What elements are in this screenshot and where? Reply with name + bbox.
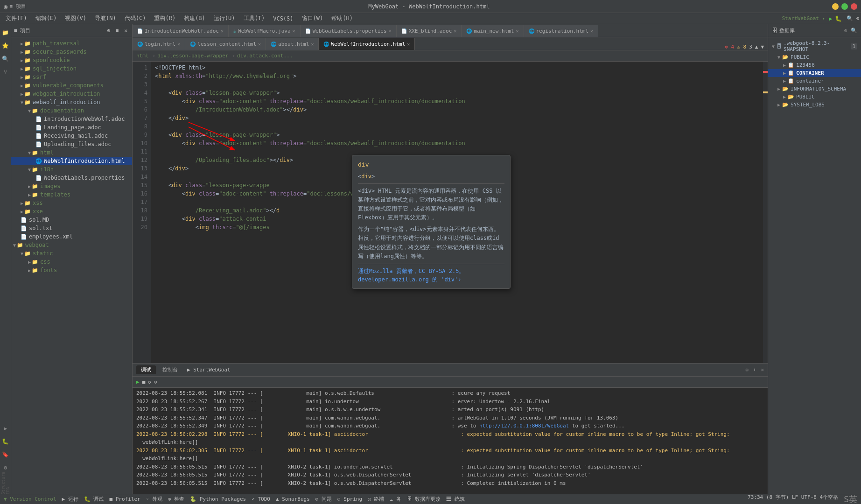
minimize-button[interactable] (832, 3, 839, 10)
run-sidebar-icon[interactable]: ▶ (1, 424, 10, 433)
tree-item-sol-txt[interactable]: 📄 sol.txt (11, 224, 132, 232)
search-everywhere[interactable]: 🔍 (847, 15, 853, 21)
tree-item-intro-adoc[interactable]: 📄 IntroductionWebWolf.adoc (11, 115, 132, 123)
tree-item-path-traversal[interactable]: ▶ 📁 path_traversal (11, 39, 132, 48)
bottom-tab-run[interactable]: 调试 (136, 365, 156, 374)
menu-tools[interactable]: 工具(T) (240, 14, 269, 23)
tree-item-sql-injection[interactable]: ▶ 📁 sql_injection (11, 64, 132, 73)
db-item-system-lobs[interactable]: ▶ 📂 SYSTEM_LOBS (768, 101, 861, 109)
tree-item-sol-md[interactable]: 📄 sol.MD (11, 216, 132, 224)
bottom-tab-debug[interactable]: 控制台 (158, 365, 182, 374)
status-database[interactable]: 🗄 数据库更改 (407, 496, 441, 503)
sidebar-collapse[interactable]: ≡ (114, 27, 121, 35)
menu-help[interactable]: 帮助(H) (328, 14, 357, 23)
db-item-123456[interactable]: ▶ 📋 123456 (768, 61, 861, 69)
bookmarks-icon[interactable]: 🔖 (1, 450, 10, 459)
db-item-public-root[interactable]: ▼ 📂 PUBLIC (768, 53, 861, 61)
settings-sidebar-icon[interactable]: ⚙ (1, 463, 10, 472)
tree-item-vulnerable-components[interactable]: ▶ 📁 vulnerable_components (11, 81, 132, 90)
tree-item-css[interactable]: ▶ 📁 css (11, 258, 132, 266)
maximize-button[interactable] (841, 3, 848, 10)
scroll-indicator[interactable] (763, 62, 768, 363)
bottom-panel-settings[interactable]: ⚙ (745, 367, 749, 373)
status-version-control[interactable]: ▼ Version Control (4, 496, 56, 502)
status-endpoint[interactable]: ◎ 终端 (368, 496, 384, 503)
tree-item-secure-passwords[interactable]: ▶ 📁 secure_passwords (11, 48, 132, 56)
tree-item-receiving-adoc[interactable]: 📄 Receiving_mail.adoc (11, 132, 132, 140)
menu-build[interactable]: 构建(B) (180, 14, 209, 23)
scroll-down[interactable]: ▼ (761, 44, 764, 50)
run-button[interactable]: ▶ (829, 15, 832, 22)
find-icon[interactable]: 🔍 (1, 54, 10, 63)
run-config[interactable]: StartWebGoat ▾ (782, 15, 825, 21)
status-python[interactable]: 🐍 Python Packages (190, 496, 246, 502)
close-tab-about[interactable]: ✕ (311, 42, 314, 47)
tree-item-templates[interactable]: ▶ 📁 templates (11, 190, 132, 199)
tree-item-ssrf[interactable]: ▶ 📁 ssrf (11, 73, 132, 81)
settings-button[interactable]: ⚙ (856, 15, 859, 21)
menu-file[interactable]: 文件(F) (2, 14, 31, 23)
tree-item-uploading-adoc[interactable]: 📄 Uploading_files.adoc (11, 140, 132, 148)
close-tab-registration[interactable]: ✕ (590, 28, 593, 34)
tab-intro-adoc[interactable]: 📄 IntroductionWebWolf.adoc ✕ (133, 25, 229, 37)
close-tab-intro-adoc[interactable]: ✕ (221, 28, 224, 34)
status-todo[interactable]: ✓ TODO (252, 496, 270, 502)
console-stop-btn[interactable]: ■ (142, 379, 146, 385)
tab-webwolfmacro[interactable]: ☕ WebWolfMacro.java ✕ (229, 25, 301, 37)
menu-run[interactable]: 运行(U) (210, 14, 239, 23)
tree-item-html-folder[interactable]: ▼ 📁 html (11, 148, 132, 157)
tab-main-new[interactable]: 🌐 main_new.html ✕ (462, 25, 524, 37)
project-icon[interactable]: 📁 (1, 28, 10, 37)
debug-sidebar-icon[interactable]: 🐛 (1, 437, 10, 446)
status-spring[interactable]: ⊕ Spring (337, 496, 362, 502)
scroll-up[interactable]: ▲ (755, 44, 758, 50)
bottom-panel-close-btn[interactable]: ✕ (761, 367, 764, 373)
status-debug[interactable]: 🐛 调试 (84, 496, 104, 503)
tree-item-webgoat[interactable]: ▼ 📁 webgoat (11, 241, 132, 249)
close-tab-webwolfmacro[interactable]: ✕ (293, 28, 295, 34)
tab-login[interactable]: 🌐 login.html ✕ (133, 38, 185, 50)
status-structure[interactable]: ◦ 外观 (146, 496, 162, 503)
tab-registration[interactable]: 🌐 registration.html ✕ (524, 25, 599, 37)
status-profiler[interactable]: ■ Profiler (109, 496, 140, 502)
db-item-public2[interactable]: ▶ 📂 PUBLIC (768, 93, 861, 101)
status-issues[interactable]: ⊕ 问题 (315, 496, 332, 503)
menu-vcs[interactable]: VCS(S) (269, 14, 297, 23)
menu-view[interactable]: 视图(V) (61, 14, 90, 23)
status-build[interactable]: ☰ 统筑 (446, 496, 465, 503)
tree-item-employees-xml[interactable]: 📄 employees.xml (11, 232, 132, 241)
tab-about[interactable]: 🌐 about.html ✕ (266, 38, 319, 50)
status-run[interactable]: ▶ 运行 (62, 496, 78, 503)
tree-item-images[interactable]: ▶ 📁 images (11, 182, 132, 190)
bottom-panel-maximize[interactable]: ⬆ (753, 367, 756, 373)
tooltip-link2[interactable]: developer.mozilla.org 的 'div'› (358, 276, 462, 283)
tab-xxe-blind[interactable]: 📄 XXE_blind.adoc ✕ (397, 25, 462, 37)
menu-window[interactable]: 窗口(W) (298, 14, 327, 23)
tree-item-webwolfintro-html[interactable]: 🌐 WebWolfIntroduction.html (11, 157, 132, 165)
status-bugtracker[interactable]: ▲ SonarBugs (276, 496, 310, 502)
menu-code[interactable]: 代码(C) (121, 14, 150, 23)
sidebar-gear[interactable]: ⚙ (105, 27, 112, 35)
tree-item-xss[interactable]: ▶ 📁 xss (11, 199, 132, 207)
db-item-information-schema[interactable]: ▶ 📂 INFORMATION_SCHEMA (768, 85, 861, 93)
tree-item-landing-adoc[interactable]: 📄 Landing_page.adoc (11, 123, 132, 132)
tree-item-fonts[interactable]: ▶ 📁 fonts (11, 266, 132, 274)
close-tab-main-new[interactable]: ✕ (516, 28, 518, 34)
debug-button[interactable]: 🐛 (835, 15, 842, 22)
console-clear-btn[interactable]: ⊘ (154, 379, 157, 385)
status-services[interactable]: ☁ 务 (390, 496, 401, 503)
close-tab-webgoatlabels[interactable]: ✕ (389, 28, 392, 34)
close-button[interactable] (851, 3, 857, 10)
console-run-btn[interactable]: ▶ (136, 379, 140, 385)
close-tab-login[interactable]: ✕ (177, 42, 180, 47)
tab-webwolfintro-html[interactable]: 🌐 WebWolfIntroduction.html ✕ (319, 38, 415, 50)
status-lint[interactable]: ⊕ 检查 (168, 496, 184, 503)
menu-navigate[interactable]: 导航(N) (91, 14, 120, 23)
code-content[interactable]: <!DOCTYPE html> <html xmlns:th="http://w… (151, 62, 763, 363)
tree-item-documentation[interactable]: ▼ 📁 documentation (11, 106, 132, 115)
tab-lesson-content[interactable]: 🌐 lesson_content.html ✕ (185, 38, 266, 50)
close-tab-lesson-content[interactable]: ✕ (258, 42, 261, 47)
close-tab-xxe-blind[interactable]: ✕ (454, 28, 456, 34)
tab-webgoatlabels[interactable]: 📄 WebGoatLabels.properties ✕ (301, 25, 397, 37)
tree-item-webgoatlabels-props[interactable]: 📄 WebGoatLabels.properties (11, 174, 132, 182)
